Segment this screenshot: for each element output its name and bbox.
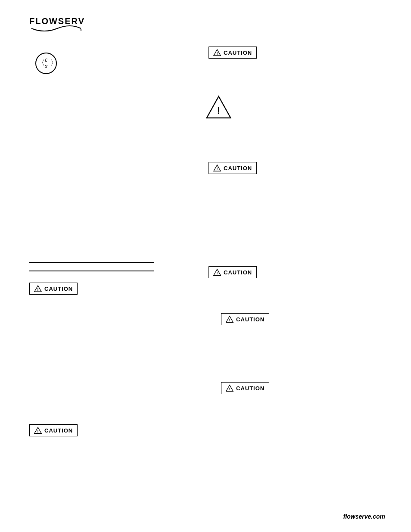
caution-label-r3: CAUTION: [224, 269, 252, 276]
logo-svg: FLOWSERVE ®: [29, 12, 85, 31]
svg-text:〈: 〈: [38, 59, 45, 66]
footer-url-text: flowserve.com: [343, 513, 385, 520]
svg-text:!: !: [37, 429, 39, 433]
caution-badge-right-3: ! CAUTION: [209, 266, 257, 278]
caution-label-r2: CAUTION: [224, 165, 252, 171]
caution-label-r5: CAUTION: [236, 385, 265, 392]
caution-label-r4: CAUTION: [236, 316, 265, 323]
caution-badge-right-2: ! CAUTION: [209, 162, 257, 174]
svg-text:!: !: [217, 51, 218, 56]
large-warning-triangle: !: [206, 95, 232, 122]
svg-text:!: !: [217, 105, 220, 116]
caution-badge-right-1: ! CAUTION: [209, 47, 257, 59]
svg-text:®: ®: [80, 29, 82, 31]
svg-text:FLOWSERVE: FLOWSERVE: [29, 16, 85, 26]
divider-line-bottom: [29, 271, 154, 271]
caution-badge-left-2: ! CAUTION: [29, 424, 78, 436]
caution-badge-right-5: ! CAUTION: [221, 382, 269, 394]
flowserve-logo: FLOWSERVE ®: [29, 12, 85, 31]
caution-label-l2: CAUTION: [44, 427, 73, 434]
footer-url: flowserve.com: [343, 513, 385, 520]
caution-label-r1: CAUTION: [224, 50, 252, 56]
divider-line-top: [29, 262, 154, 263]
caution-triangle-icon-r3: !: [213, 268, 221, 276]
large-triangle-icon: !: [206, 95, 232, 121]
svg-text:!: !: [229, 387, 230, 391]
caution-triangle-icon-r2: !: [213, 164, 221, 172]
svg-text:!: !: [217, 167, 218, 171]
caution-triangle-icon-r1: !: [213, 49, 221, 56]
caution-triangle-icon-l1: !: [34, 285, 42, 292]
caution-badge-left-1: ! CAUTION: [29, 283, 78, 295]
svg-text:!: !: [229, 318, 230, 322]
caution-triangle-icon-r5: !: [226, 384, 234, 392]
atex-symbol: ε x 〈 〉: [34, 52, 58, 75]
svg-text:!: !: [217, 271, 218, 275]
svg-text:ε: ε: [45, 56, 47, 63]
atex-icon: ε x 〈 〉: [34, 52, 58, 75]
svg-text:〉: 〉: [50, 59, 57, 66]
caution-label-l1: CAUTION: [44, 286, 73, 292]
page: FLOWSERVE ® ε x 〈 〉 ! !: [0, 0, 411, 532]
caution-badge-right-4: ! CAUTION: [221, 313, 269, 325]
svg-text:!: !: [37, 287, 39, 292]
caution-triangle-icon-l2: !: [34, 426, 42, 434]
caution-triangle-icon-r4: !: [226, 315, 234, 323]
